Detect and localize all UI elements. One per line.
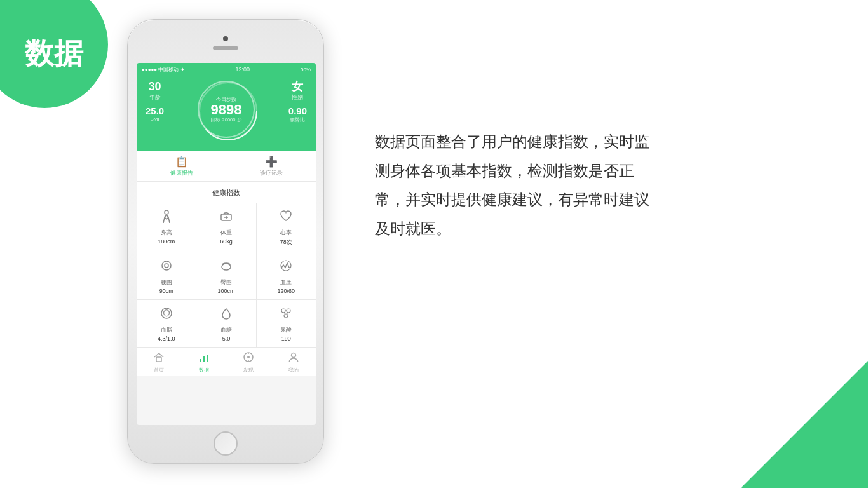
health-item-name: 血压 <box>280 278 292 287</box>
svg-line-15 <box>285 313 285 315</box>
header-stats: 30 年龄 25.0 BMI 今日步数 9898 <box>146 81 307 138</box>
health-item-icon <box>159 306 173 323</box>
fat-value: 0.90 <box>288 105 307 116</box>
page-title: 数据 <box>25 34 83 74</box>
health-item-icon <box>219 259 233 276</box>
health-item-value: 100cm <box>217 288 234 294</box>
svg-point-11 <box>281 309 285 313</box>
health-item-icon <box>219 209 233 226</box>
svg-point-6 <box>162 261 171 270</box>
health-item-icon <box>159 209 173 226</box>
bmi-value: 25.0 <box>146 105 164 116</box>
health-grid: 身高 180cm 体重 60kg 心率 78次 腰围 90cm <box>137 203 316 347</box>
circle-ring: 今日步数 9898 目标 20000 步 <box>198 81 255 138</box>
nav-label: 数据 <box>199 367 209 374</box>
health-item-value: 90cm <box>159 288 173 294</box>
phone-screen: ●●●●● 中国移动 ✦ 12:00 50% 30 年龄 25.0 BMI <box>137 63 316 425</box>
stat-age: 30 年龄 25.0 BMI <box>146 81 164 122</box>
tab-medical-record-label: 诊疗记录 <box>260 169 283 177</box>
fat-label: 腰臀比 <box>290 116 305 123</box>
gender-value: 女 <box>292 81 303 92</box>
nav-item-发现[interactable]: 发现 <box>226 351 271 374</box>
description-text: 数据页面整合了用户的健康指数，实时监测身体各项基本指数，检测指数是否正常，并实时… <box>375 127 661 243</box>
description-block: 数据页面整合了用户的健康指数，实时监测身体各项基本指数，检测指数是否正常，并实时… <box>375 127 661 243</box>
health-item[interactable]: 臀围 100cm <box>196 252 255 299</box>
health-item-value: 180cm <box>158 238 175 245</box>
gender-label: 性别 <box>292 93 303 102</box>
svg-rect-19 <box>203 356 205 362</box>
svg-rect-17 <box>156 357 161 362</box>
health-item-value: 78次 <box>280 238 292 247</box>
nav-label: 发现 <box>243 367 254 374</box>
health-item-name: 尿酸 <box>280 326 292 334</box>
header-area: 30 年龄 25.0 BMI 今日步数 9898 <box>137 76 316 151</box>
status-battery: 50% <box>301 67 311 72</box>
age-label: 年龄 <box>149 93 161 102</box>
health-item-icon <box>279 259 293 276</box>
health-item[interactable]: 尿酸 190 <box>257 300 316 347</box>
svg-point-8 <box>222 264 231 270</box>
health-report-icon: 📋 <box>175 156 188 168</box>
nav-label: 首页 <box>154 367 164 374</box>
health-item[interactable]: 血压 120/60 <box>257 252 316 299</box>
tab-medical-record[interactable]: ➕ 诊疗记录 <box>226 151 316 181</box>
svg-point-2 <box>165 210 168 214</box>
svg-point-13 <box>284 314 288 318</box>
bmi-label: BMI <box>150 116 159 122</box>
nav-icon <box>288 351 299 365</box>
steps-target: 目标 20000 步 <box>210 117 241 123</box>
section-title: 健康指数 <box>137 182 316 203</box>
phone-speaker <box>213 46 238 50</box>
health-item[interactable]: 血脂 4.3/1.0 <box>137 300 196 347</box>
health-item-name: 臀围 <box>220 278 232 287</box>
svg-point-12 <box>287 309 290 313</box>
phone-body: ●●●●● 中国移动 ✦ 12:00 50% 30 年龄 25.0 BMI <box>127 19 324 464</box>
steps-value: 9898 <box>211 103 242 117</box>
health-item[interactable]: 心率 78次 <box>257 203 316 252</box>
health-item-name: 血糖 <box>220 326 232 334</box>
status-carrier: ●●●●● 中国移动 ✦ <box>142 66 185 73</box>
health-item-value: 4.3/1.0 <box>158 336 175 342</box>
medical-record-icon: ➕ <box>265 156 278 168</box>
health-item[interactable]: 腰围 90cm <box>137 252 196 299</box>
phone-camera <box>223 36 228 41</box>
svg-rect-20 <box>207 355 208 362</box>
steps-circle: 今日步数 9898 目标 20000 步 <box>198 81 255 138</box>
nav-icon <box>198 351 210 365</box>
age-value: 30 <box>149 81 161 92</box>
health-item[interactable]: 血糖 5.0 <box>196 300 255 347</box>
health-item-name: 血脂 <box>161 326 172 334</box>
health-item[interactable]: 体重 60kg <box>196 203 255 252</box>
health-item[interactable]: 身高 180cm <box>137 203 196 252</box>
nav-label: 我的 <box>288 367 299 374</box>
nav-item-首页[interactable]: 首页 <box>137 351 182 374</box>
status-bar: ●●●●● 中国移动 ✦ 12:00 50% <box>137 63 316 76</box>
health-item-icon <box>159 259 173 276</box>
nav-icon <box>153 351 165 365</box>
svg-point-22 <box>247 356 250 358</box>
health-item-value: 60kg <box>220 238 233 245</box>
green-circle-badge: 数据 <box>0 0 108 108</box>
tab-bar: 📋 健康报告 ➕ 诊疗记录 <box>137 151 316 182</box>
svg-rect-18 <box>200 359 201 362</box>
status-time: 12:00 <box>236 66 250 72</box>
health-item-icon <box>219 306 233 323</box>
health-item-name: 心率 <box>280 229 292 237</box>
svg-point-7 <box>165 264 168 268</box>
bottom-nav: 首页 数据 发现 我的 <box>137 347 316 376</box>
health-item-value: 190 <box>281 336 291 342</box>
health-item-icon <box>279 306 293 323</box>
nav-item-数据[interactable]: 数据 <box>182 351 227 374</box>
tab-health-report-label: 健康报告 <box>170 169 193 177</box>
health-item-icon <box>279 209 293 226</box>
nav-item-我的[interactable]: 我的 <box>271 351 316 374</box>
health-item-value: 5.0 <box>222 336 231 342</box>
decorative-triangle <box>741 361 868 488</box>
stat-gender: 女 性别 0.90 腰臀比 <box>288 81 307 123</box>
health-item-name: 腰围 <box>161 278 172 287</box>
svg-line-16 <box>287 313 288 315</box>
svg-point-27 <box>291 353 295 358</box>
tab-health-report[interactable]: 📋 健康报告 <box>137 151 226 181</box>
nav-icon <box>243 351 254 365</box>
home-button[interactable] <box>214 431 238 456</box>
